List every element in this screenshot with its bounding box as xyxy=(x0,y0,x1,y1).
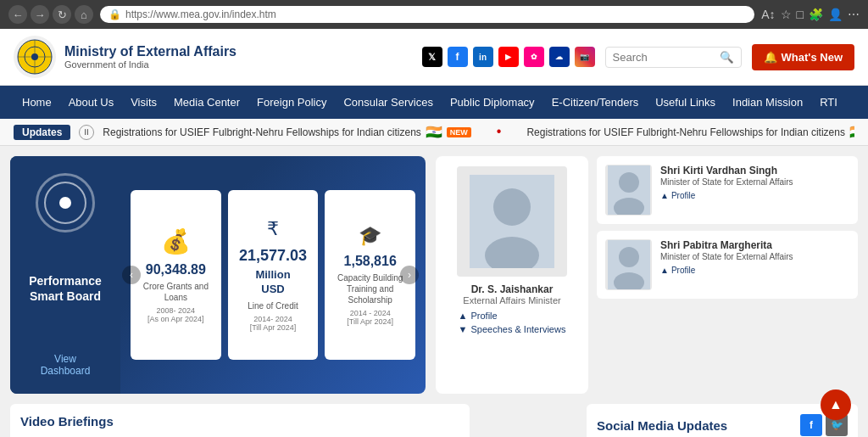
nav-visits[interactable]: Visits xyxy=(122,86,165,119)
ticker-content: Registrations for USIEF Fulbright-Nehru … xyxy=(103,124,854,140)
credit-icon: ₹ xyxy=(267,218,279,240)
updates-bar: Updates ⏸ Registrations for USIEF Fulbri… xyxy=(0,119,868,146)
grants-number: 90,348.89 xyxy=(146,262,206,277)
carousel-next-button[interactable]: › xyxy=(400,266,419,284)
main-minister-photo xyxy=(457,166,567,277)
ticker-text-2: Registrations for USIEF Fulbright-Nehru … xyxy=(526,126,844,138)
perf-card-grants: 💰 90,348.89 Crore Grants and Loans 2008-… xyxy=(131,190,221,360)
instagram-icon[interactable]: 📷 xyxy=(575,47,595,67)
ministers-section: Dr. S. Jaishankar External Affairs Minis… xyxy=(436,156,858,394)
perf-card-credit: ₹ 21,577.03 Million USD Line of Credit 2… xyxy=(228,190,319,360)
flickr-icon[interactable]: ✿ xyxy=(524,47,544,67)
whats-new-button[interactable]: 🔔 What's New xyxy=(752,44,854,70)
credit-number: 21,577.03 xyxy=(239,247,307,265)
profile-link-label: Profile xyxy=(471,311,498,321)
credit-unit: Million USD xyxy=(255,268,290,297)
side-minister-2-profile-icon: ▲ xyxy=(660,266,669,275)
nav-public-diplomacy[interactable]: Public Diplomacy xyxy=(442,86,543,119)
svg-point-12 xyxy=(619,247,639,267)
side-minister-2-title: Minister of State for External Affairs xyxy=(660,251,849,262)
social-updates-section: Social Media Updates f 🐦 xyxy=(587,404,858,437)
nav-rti[interactable]: RTI xyxy=(811,86,846,119)
video-briefings-header: Video Briefings xyxy=(20,414,459,429)
ticker-text-1: Registrations for USIEF Fulbright-Nehru … xyxy=(103,126,420,138)
search-input[interactable] xyxy=(613,51,715,64)
wheel-inner xyxy=(44,182,86,224)
ticker-dot: • xyxy=(497,124,502,140)
side-minister-2-photo xyxy=(605,239,652,290)
browser-chrome: ← → ↻ ⌂ 🔒 https://www.mea.gov.in/index.h… xyxy=(0,0,868,29)
nav-indian-mission[interactable]: Indian Mission xyxy=(724,86,811,119)
back-button[interactable]: ← xyxy=(8,5,27,24)
whats-new-label: What's New xyxy=(782,51,843,64)
ticker-item-1: Registrations for USIEF Fulbright-Nehru … xyxy=(103,124,470,140)
facebook-tab-button[interactable]: f xyxy=(800,414,822,436)
side-minister-2-profile-label: Profile xyxy=(671,266,695,275)
side-minister-2-name: Shri Pabitra Margherita xyxy=(660,239,849,251)
refresh-button[interactable]: ↻ xyxy=(53,5,71,24)
speeches-down-icon: ▼ xyxy=(459,324,468,334)
bell-icon: 🔔 xyxy=(764,51,777,64)
soundcloud-icon[interactable]: ☁ xyxy=(549,47,570,67)
side-minister-1-profile-icon: ▲ xyxy=(660,191,669,200)
profile-icon[interactable]: 👤 xyxy=(828,8,843,21)
address-bar[interactable]: 🔒 https://www.mea.gov.in/index.htm xyxy=(100,6,754,23)
side-minister-2-info: Shri Pabitra Margherita Minister of Stat… xyxy=(660,239,849,275)
view-all-area: View All ‹ › ⏸ xyxy=(480,404,576,437)
updates-pause-button[interactable]: ⏸ xyxy=(79,125,94,140)
carousel-prev-button[interactable]: ‹ xyxy=(122,266,141,284)
svg-point-6 xyxy=(493,188,531,226)
social-icons: 𝕏 f in ▶ ✿ ☁ 📷 xyxy=(422,47,595,67)
side-ministers: Shri Kirti Vardhan Singh Minister of Sta… xyxy=(597,156,858,394)
search-box[interactable]: 🔍 xyxy=(605,47,742,68)
more-icon[interactable]: ⋯ xyxy=(848,8,860,21)
credit-year: 2014- 2024 [Till Apr 2024] xyxy=(250,315,297,332)
nav-about-us[interactable]: About Us xyxy=(60,86,122,119)
perf-board-left: Performance Smart Board View Dashboard xyxy=(10,156,120,394)
view-dashboard-link[interactable]: View Dashboard xyxy=(41,353,91,377)
extensions-icon[interactable]: 🧩 xyxy=(809,8,823,21)
header-right: 𝕏 f in ▶ ✿ ☁ 📷 🔍 🔔 What's New xyxy=(422,44,854,70)
navigation-bar: Home About Us Visits Media Center Foreig… xyxy=(0,86,868,119)
x-icon[interactable]: 𝕏 xyxy=(422,47,442,67)
perf-board-title: Performance Smart Board xyxy=(29,273,102,304)
side-minister-1-profile-link[interactable]: ▲ Profile xyxy=(660,191,849,200)
video-briefings-title: Video Briefings xyxy=(20,414,114,429)
nav-home[interactable]: Home xyxy=(14,86,60,119)
org-sub: Government of India xyxy=(64,59,236,70)
main-minister-profile-link[interactable]: ▲ Profile xyxy=(459,311,566,321)
main-minister-links: ▲ Profile ▼ Speeches & Interviews xyxy=(459,311,566,334)
side-minister-1-profile-label: Profile xyxy=(671,191,695,200)
linkedin-icon[interactable]: in xyxy=(473,47,493,67)
nav-useful-links[interactable]: Useful Links xyxy=(647,86,724,119)
scroll-up-button[interactable]: ▲ xyxy=(821,389,851,420)
nav-media-center[interactable]: Media Center xyxy=(165,86,248,119)
grants-year: 2008- 2024 [As on Apr 2024] xyxy=(147,306,204,323)
translate-icon[interactable]: A↕ xyxy=(761,8,775,21)
forward-button[interactable]: → xyxy=(31,5,49,24)
main-minister-title: External Affairs Minister xyxy=(463,295,560,305)
lock-icon: 🔒 xyxy=(108,8,121,20)
svg-point-9 xyxy=(619,172,639,193)
main-minister-card: Dr. S. Jaishankar External Affairs Minis… xyxy=(436,156,588,394)
social-updates-title: Social Media Updates xyxy=(597,418,727,433)
nav-foreign-policy[interactable]: Foreign Policy xyxy=(248,86,335,119)
performance-board: Performance Smart Board View Dashboard ‹… xyxy=(10,156,426,394)
site-header: Ministry of External Affairs Government … xyxy=(0,29,868,86)
side-minister-1-info: Shri Kirti Vardhan Singh Minister of Sta… xyxy=(660,165,849,200)
star-icon[interactable]: ☆ xyxy=(781,8,792,21)
search-button[interactable]: 🔍 xyxy=(720,51,734,64)
side-minister-2-profile-link[interactable]: ▲ Profile xyxy=(660,266,849,275)
facebook-icon[interactable]: f xyxy=(448,47,468,67)
capacity-icon: 🎓 xyxy=(359,225,381,247)
home-button[interactable]: ⌂ xyxy=(75,5,93,24)
collections-icon[interactable]: □ xyxy=(797,8,804,21)
nav-ecitizen[interactable]: E-Citizen/Tenders xyxy=(543,86,648,119)
side-minister-1-title: Minister of State for External Affairs xyxy=(660,176,849,188)
nav-consular-services[interactable]: Consular Services xyxy=(335,86,442,119)
wheel-icon xyxy=(36,173,95,233)
youtube-icon[interactable]: ▶ xyxy=(498,47,519,67)
speeches-link[interactable]: ▼ Speeches & Interviews xyxy=(459,324,566,334)
main-content: Performance Smart Board View Dashboard ‹… xyxy=(0,146,868,404)
capacity-number: 1,58,816 xyxy=(344,254,397,269)
